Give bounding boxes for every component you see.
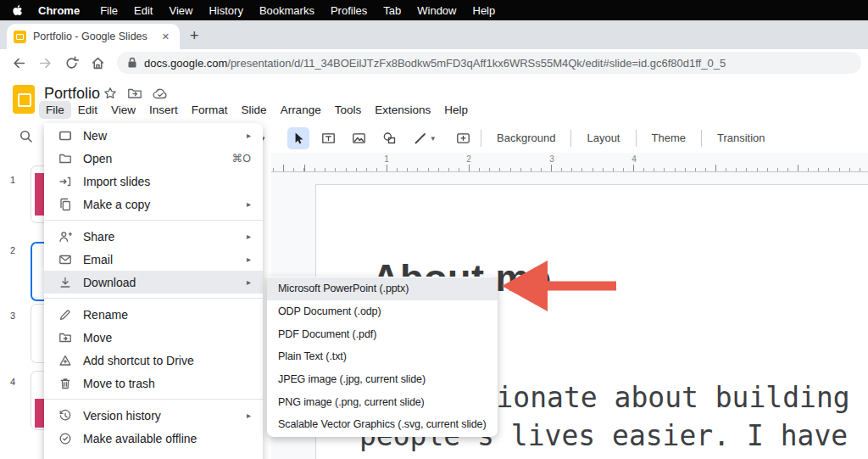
transition-button[interactable]: Transition — [709, 132, 774, 144]
menu-extensions[interactable]: Extensions — [368, 101, 437, 119]
mac-menu-window[interactable]: Window — [417, 4, 456, 17]
slide-number-1: 1 — [0, 175, 15, 185]
document-title[interactable]: Portfolio — [44, 85, 100, 103]
text-box-tool-button[interactable] — [318, 127, 340, 149]
file-menu-item-move[interactable]: Move — [44, 326, 263, 349]
back-icon[interactable] — [12, 56, 26, 70]
submenu-arrow-icon: ▸ — [247, 131, 251, 140]
menu-edit[interactable]: Edit — [71, 101, 104, 119]
mac-app-name[interactable]: Chrome — [38, 4, 80, 17]
submenu-arrow-icon: ▸ — [247, 411, 251, 420]
submenu-arrow-icon: ▸ — [247, 232, 251, 241]
new-presentation-icon — [58, 129, 73, 143]
tab-title: Portfolio - Google Slides — [33, 31, 159, 42]
file-menu-item-add-shortcut-to-drive[interactable]: Add shortcut to Drive — [44, 349, 263, 372]
submenu-item-png[interactable]: PNG image (.png, current slide) — [267, 390, 498, 413]
forward-icon[interactable] — [38, 56, 53, 70]
apple-logo-icon[interactable] — [12, 4, 23, 17]
mac-menu-view[interactable]: View — [169, 4, 192, 17]
mac-menu-file[interactable]: File — [100, 4, 118, 17]
submenu-item-pdf[interactable]: PDF Document (.pdf) — [267, 322, 498, 345]
menu-arrange[interactable]: Arrange — [274, 101, 328, 119]
insert-shape-tool-button[interactable] — [379, 127, 401, 149]
folder-open-icon — [58, 152, 73, 165]
offline-check-icon — [58, 432, 73, 445]
mac-menu-help[interactable]: Help — [473, 4, 496, 17]
file-menu-item-email[interactable]: Email ▸ — [44, 248, 263, 271]
layout-button[interactable]: Layout — [578, 132, 628, 144]
submenu-item-txt[interactable]: Plain Text (.txt) — [267, 345, 498, 368]
insert-placeholder-tool-button[interactable] — [452, 127, 474, 149]
slide-number-2: 2 — [0, 245, 15, 255]
tab-close-icon[interactable]: ✕ — [159, 30, 173, 44]
line-tool-caret-icon[interactable]: ▾ — [431, 134, 436, 143]
file-menu-item-move-to-trash[interactable]: Move to trash — [44, 372, 263, 395]
file-menu-item-make-a-copy[interactable]: Make a copy ▸ — [44, 193, 263, 216]
reload-icon[interactable] — [64, 56, 79, 70]
file-menu-item-new[interactable]: New ▸ — [44, 124, 263, 147]
submenu-item-svg[interactable]: Scalable Vector Graphics (.svg, current … — [267, 413, 498, 436]
menu-separator — [44, 220, 263, 221]
move-folder-icon[interactable] — [127, 87, 142, 100]
submenu-arrow-icon: ▸ — [247, 277, 251, 287]
cloud-saved-icon[interactable] — [153, 87, 169, 100]
file-menu-item-share[interactable]: Share ▸ — [44, 225, 263, 248]
copy-icon — [58, 198, 73, 211]
trash-icon — [58, 377, 73, 390]
browser-tab[interactable]: Portfolio - Google Slides ✕ — [7, 24, 180, 49]
mac-menu-edit[interactable]: Edit — [134, 4, 153, 17]
ruler-label: 1 — [384, 154, 389, 164]
import-slides-icon — [58, 175, 73, 188]
background-button[interactable]: Background — [488, 132, 564, 144]
file-menu-item-download[interactable]: Download ▸ — [44, 271, 263, 294]
file-menu-item-import-slides[interactable]: Import slides — [44, 170, 263, 193]
star-icon[interactable] — [103, 87, 117, 100]
file-menu: New ▸ Open ⌘O Import slides Make a copy … — [44, 123, 263, 459]
folder-move-icon — [58, 331, 73, 344]
menu-file[interactable]: File — [39, 101, 71, 119]
menu-help[interactable]: Help — [437, 101, 475, 119]
theme-button[interactable]: Theme — [643, 132, 694, 144]
file-menu-item-open[interactable]: Open ⌘O — [44, 147, 263, 170]
mac-menu-history[interactable]: History — [209, 4, 242, 17]
tab-strip: Portfolio - Google Slides ✕ + — [0, 20, 868, 49]
menu-tools[interactable]: Tools — [328, 101, 369, 119]
menu-format[interactable]: Format — [185, 101, 235, 119]
lock-icon[interactable] — [127, 57, 137, 69]
mac-menu-profiles[interactable]: Profiles — [331, 4, 367, 17]
mac-menu-tab[interactable]: Tab — [383, 4, 401, 17]
menu-view[interactable]: View — [104, 101, 142, 119]
insert-image-tool-button[interactable] — [348, 127, 370, 149]
slides-logo-icon[interactable] — [13, 85, 35, 114]
menu-slide[interactable]: Slide — [235, 101, 274, 119]
insert-line-tool-button[interactable] — [409, 127, 431, 149]
search-menus-icon[interactable] — [19, 129, 34, 144]
pencil-icon — [58, 308, 73, 322]
file-menu-item-make-available-offline[interactable]: Make available offline — [44, 427, 263, 450]
menu-insert[interactable]: Insert — [142, 101, 185, 119]
mac-menu-bookmarks[interactable]: Bookmarks — [259, 4, 314, 17]
ruler-label: 4 — [632, 154, 637, 164]
version-history-icon — [58, 409, 73, 423]
new-tab-button[interactable]: + — [190, 27, 199, 44]
file-menu-item-version-history[interactable]: Version history ▸ — [44, 404, 263, 427]
url-path: /presentation/d/11_34BOEilJTzFx8Bodkw5mF… — [227, 57, 726, 70]
screen: Chrome File Edit View History Bookmarks … — [0, 0, 868, 459]
home-icon[interactable] — [91, 56, 105, 70]
file-menu-item-rename[interactable]: Rename — [44, 303, 263, 326]
app-menu-bar: File Edit View Insert Format Slide Arran… — [39, 101, 475, 119]
url-domain: docs.google.com — [144, 57, 227, 70]
person-add-icon — [58, 230, 73, 243]
slide-number-3: 3 — [0, 311, 15, 321]
submenu-item-pptx[interactable]: Microsoft PowerPoint (.pptx) — [267, 277, 498, 300]
submenu-item-odp[interactable]: ODP Document (.odp) — [267, 300, 498, 323]
drive-shortcut-icon — [58, 354, 73, 367]
macos-menu-bar: Chrome File Edit View History Bookmarks … — [0, 0, 868, 20]
ruler-label: 3 — [549, 154, 554, 164]
submenu-item-jpeg[interactable]: JPEG image (.jpg, current slide) — [267, 368, 498, 391]
select-tool-button[interactable] — [287, 127, 309, 149]
slides-header: Portfolio File Edit View Insert Format S… — [0, 76, 868, 123]
omnibox[interactable]: docs.google.com/presentation/d/11_34BOEi… — [117, 52, 861, 74]
download-submenu: Microsoft PowerPoint (.pptx) ODP Documen… — [267, 277, 498, 437]
download-icon — [58, 276, 73, 289]
